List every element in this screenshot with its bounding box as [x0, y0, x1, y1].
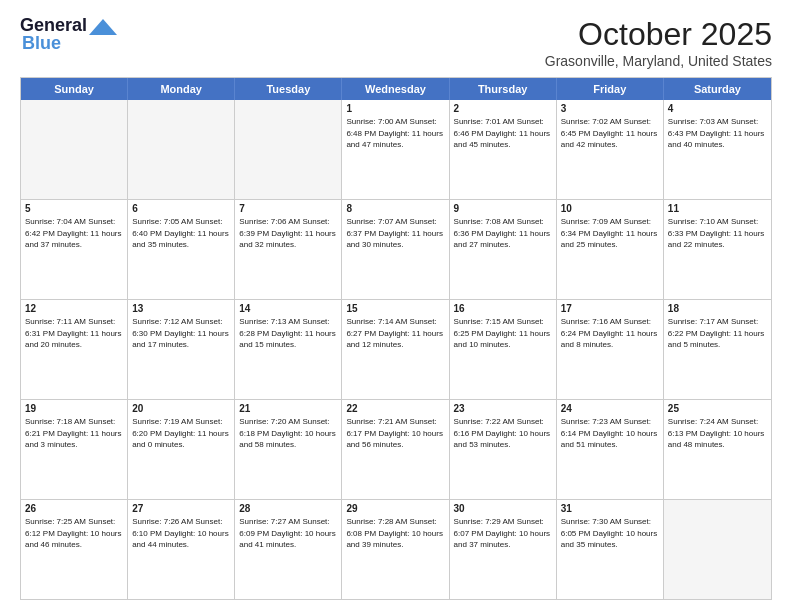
day-number: 16	[454, 303, 552, 314]
day-info: Sunrise: 7:22 AM Sunset: 6:16 PM Dayligh…	[454, 416, 552, 451]
month-title: October 2025	[545, 16, 772, 53]
day-cell-18: 18Sunrise: 7:17 AM Sunset: 6:22 PM Dayli…	[664, 300, 771, 399]
day-number: 11	[668, 203, 767, 214]
day-info: Sunrise: 7:14 AM Sunset: 6:27 PM Dayligh…	[346, 316, 444, 351]
day-cell-13: 13Sunrise: 7:12 AM Sunset: 6:30 PM Dayli…	[128, 300, 235, 399]
day-cell-23: 23Sunrise: 7:22 AM Sunset: 6:16 PM Dayli…	[450, 400, 557, 499]
day-info: Sunrise: 7:29 AM Sunset: 6:07 PM Dayligh…	[454, 516, 552, 551]
day-cell-14: 14Sunrise: 7:13 AM Sunset: 6:28 PM Dayli…	[235, 300, 342, 399]
day-number: 15	[346, 303, 444, 314]
day-cell-12: 12Sunrise: 7:11 AM Sunset: 6:31 PM Dayli…	[21, 300, 128, 399]
day-number: 18	[668, 303, 767, 314]
day-number: 17	[561, 303, 659, 314]
day-number: 19	[25, 403, 123, 414]
day-info: Sunrise: 7:10 AM Sunset: 6:33 PM Dayligh…	[668, 216, 767, 251]
day-info: Sunrise: 7:05 AM Sunset: 6:40 PM Dayligh…	[132, 216, 230, 251]
day-header-wednesday: Wednesday	[342, 78, 449, 100]
day-cell-20: 20Sunrise: 7:19 AM Sunset: 6:20 PM Dayli…	[128, 400, 235, 499]
day-number: 8	[346, 203, 444, 214]
day-info: Sunrise: 7:30 AM Sunset: 6:05 PM Dayligh…	[561, 516, 659, 551]
day-number: 1	[346, 103, 444, 114]
day-info: Sunrise: 7:11 AM Sunset: 6:31 PM Dayligh…	[25, 316, 123, 351]
week-row-1: 1Sunrise: 7:00 AM Sunset: 6:48 PM Daylig…	[21, 100, 771, 199]
day-cell-empty	[128, 100, 235, 199]
logo: General Blue	[20, 16, 117, 54]
logo-general-text: General	[20, 15, 87, 35]
week-row-2: 5Sunrise: 7:04 AM Sunset: 6:42 PM Daylig…	[21, 199, 771, 299]
day-info: Sunrise: 7:26 AM Sunset: 6:10 PM Dayligh…	[132, 516, 230, 551]
day-info: Sunrise: 7:20 AM Sunset: 6:18 PM Dayligh…	[239, 416, 337, 451]
logo-icon	[89, 19, 117, 35]
day-number: 31	[561, 503, 659, 514]
day-header-monday: Monday	[128, 78, 235, 100]
day-cell-29: 29Sunrise: 7:28 AM Sunset: 6:08 PM Dayli…	[342, 500, 449, 599]
location: Grasonville, Maryland, United States	[545, 53, 772, 69]
day-info: Sunrise: 7:01 AM Sunset: 6:46 PM Dayligh…	[454, 116, 552, 151]
week-row-5: 26Sunrise: 7:25 AM Sunset: 6:12 PM Dayli…	[21, 499, 771, 599]
day-info: Sunrise: 7:24 AM Sunset: 6:13 PM Dayligh…	[668, 416, 767, 451]
day-info: Sunrise: 7:23 AM Sunset: 6:14 PM Dayligh…	[561, 416, 659, 451]
day-cell-19: 19Sunrise: 7:18 AM Sunset: 6:21 PM Dayli…	[21, 400, 128, 499]
day-number: 2	[454, 103, 552, 114]
day-number: 12	[25, 303, 123, 314]
day-info: Sunrise: 7:02 AM Sunset: 6:45 PM Dayligh…	[561, 116, 659, 151]
day-cell-21: 21Sunrise: 7:20 AM Sunset: 6:18 PM Dayli…	[235, 400, 342, 499]
day-cell-17: 17Sunrise: 7:16 AM Sunset: 6:24 PM Dayli…	[557, 300, 664, 399]
day-info: Sunrise: 7:28 AM Sunset: 6:08 PM Dayligh…	[346, 516, 444, 551]
day-cell-25: 25Sunrise: 7:24 AM Sunset: 6:13 PM Dayli…	[664, 400, 771, 499]
day-number: 27	[132, 503, 230, 514]
day-info: Sunrise: 7:07 AM Sunset: 6:37 PM Dayligh…	[346, 216, 444, 251]
day-info: Sunrise: 7:19 AM Sunset: 6:20 PM Dayligh…	[132, 416, 230, 451]
day-number: 7	[239, 203, 337, 214]
day-header-thursday: Thursday	[450, 78, 557, 100]
day-number: 14	[239, 303, 337, 314]
day-cell-22: 22Sunrise: 7:21 AM Sunset: 6:17 PM Dayli…	[342, 400, 449, 499]
day-number: 21	[239, 403, 337, 414]
day-cell-7: 7Sunrise: 7:06 AM Sunset: 6:39 PM Daylig…	[235, 200, 342, 299]
day-cell-28: 28Sunrise: 7:27 AM Sunset: 6:09 PM Dayli…	[235, 500, 342, 599]
day-info: Sunrise: 7:13 AM Sunset: 6:28 PM Dayligh…	[239, 316, 337, 351]
day-number: 5	[25, 203, 123, 214]
day-info: Sunrise: 7:27 AM Sunset: 6:09 PM Dayligh…	[239, 516, 337, 551]
logo-blue-text: Blue	[22, 34, 61, 54]
day-number: 10	[561, 203, 659, 214]
day-cell-31: 31Sunrise: 7:30 AM Sunset: 6:05 PM Dayli…	[557, 500, 664, 599]
day-cell-24: 24Sunrise: 7:23 AM Sunset: 6:14 PM Dayli…	[557, 400, 664, 499]
day-number: 25	[668, 403, 767, 414]
day-header-tuesday: Tuesday	[235, 78, 342, 100]
day-number: 23	[454, 403, 552, 414]
day-number: 28	[239, 503, 337, 514]
day-cell-2: 2Sunrise: 7:01 AM Sunset: 6:46 PM Daylig…	[450, 100, 557, 199]
day-cell-1: 1Sunrise: 7:00 AM Sunset: 6:48 PM Daylig…	[342, 100, 449, 199]
day-cell-empty	[21, 100, 128, 199]
day-cell-16: 16Sunrise: 7:15 AM Sunset: 6:25 PM Dayli…	[450, 300, 557, 399]
day-header-sunday: Sunday	[21, 78, 128, 100]
day-info: Sunrise: 7:06 AM Sunset: 6:39 PM Dayligh…	[239, 216, 337, 251]
day-number: 30	[454, 503, 552, 514]
day-number: 20	[132, 403, 230, 414]
header: General Blue October 2025 Grasonville, M…	[20, 16, 772, 69]
day-cell-empty	[235, 100, 342, 199]
day-info: Sunrise: 7:00 AM Sunset: 6:48 PM Dayligh…	[346, 116, 444, 151]
day-info: Sunrise: 7:03 AM Sunset: 6:43 PM Dayligh…	[668, 116, 767, 151]
day-number: 22	[346, 403, 444, 414]
day-cell-8: 8Sunrise: 7:07 AM Sunset: 6:37 PM Daylig…	[342, 200, 449, 299]
day-number: 4	[668, 103, 767, 114]
day-info: Sunrise: 7:18 AM Sunset: 6:21 PM Dayligh…	[25, 416, 123, 451]
day-info: Sunrise: 7:15 AM Sunset: 6:25 PM Dayligh…	[454, 316, 552, 351]
day-cell-3: 3Sunrise: 7:02 AM Sunset: 6:45 PM Daylig…	[557, 100, 664, 199]
day-info: Sunrise: 7:17 AM Sunset: 6:22 PM Dayligh…	[668, 316, 767, 351]
day-number: 26	[25, 503, 123, 514]
day-info: Sunrise: 7:08 AM Sunset: 6:36 PM Dayligh…	[454, 216, 552, 251]
day-header-friday: Friday	[557, 78, 664, 100]
day-cell-30: 30Sunrise: 7:29 AM Sunset: 6:07 PM Dayli…	[450, 500, 557, 599]
day-cell-15: 15Sunrise: 7:14 AM Sunset: 6:27 PM Dayli…	[342, 300, 449, 399]
weeks: 1Sunrise: 7:00 AM Sunset: 6:48 PM Daylig…	[21, 100, 771, 599]
week-row-3: 12Sunrise: 7:11 AM Sunset: 6:31 PM Dayli…	[21, 299, 771, 399]
page: General Blue October 2025 Grasonville, M…	[0, 0, 792, 612]
day-cell-empty	[664, 500, 771, 599]
svg-marker-0	[89, 19, 117, 35]
day-cell-6: 6Sunrise: 7:05 AM Sunset: 6:40 PM Daylig…	[128, 200, 235, 299]
calendar: SundayMondayTuesdayWednesdayThursdayFrid…	[20, 77, 772, 600]
day-number: 29	[346, 503, 444, 514]
